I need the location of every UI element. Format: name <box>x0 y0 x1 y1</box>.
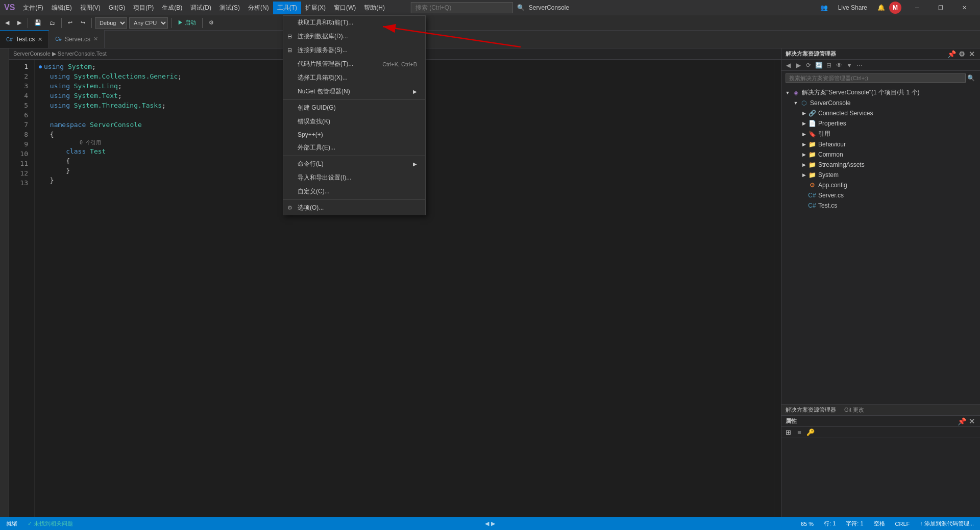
menu-build[interactable]: 生成(B) <box>158 2 186 14</box>
menu-item-customize[interactable]: 自定义(C)... <box>283 185 425 198</box>
menu-item-command-line[interactable]: 命令行(L) <box>283 157 425 171</box>
tree-item-connected-services[interactable]: ▶ 🔗 Connected Services <box>781 108 980 118</box>
menu-item-external-tools[interactable]: 外部工具(E)... <box>283 141 425 155</box>
se-forward-btn[interactable]: ▶ <box>794 61 803 70</box>
tab-server-cs[interactable]: C# Server.cs ✕ <box>49 30 105 48</box>
tree-item-references[interactable]: ▶ 🔖 引用 <box>781 129 980 139</box>
menu-item-options[interactable]: ⚙ 选项(O)... <box>283 201 425 215</box>
tree-project[interactable]: ▼ ⬡ ServerConsole <box>781 98 980 108</box>
menu-item-connect-db[interactable]: ⊟ 连接到数据库(D)... <box>283 30 425 43</box>
system-folder-icon: 📁 <box>808 171 816 179</box>
solution-explorer-search-bar: 🔍 <box>781 71 980 85</box>
menu-item-create-guid[interactable]: 创建 GUID(G) <box>283 101 425 115</box>
nav-forward-button[interactable]: ▶ <box>14 18 24 28</box>
global-search-input[interactable] <box>411 2 513 13</box>
tree-item-server-cs[interactable]: C# Server.cs <box>781 190 980 200</box>
tree-item-properties-label: Properties <box>818 120 846 127</box>
menu-help[interactable]: 帮助(H) <box>360 2 389 14</box>
tab-server-cs-close[interactable]: ✕ <box>93 36 98 42</box>
solution-explorer-search-input[interactable] <box>786 73 966 83</box>
prop-categories-button[interactable]: ⊞ <box>783 428 793 437</box>
status-zoom[interactable]: 65 % <box>799 520 816 528</box>
menu-file[interactable]: 文件(F) <box>19 2 47 14</box>
status-spaces[interactable]: 空格 <box>872 519 887 528</box>
debug-config-dropdown[interactable]: Debug <box>95 17 127 29</box>
tree-item-system[interactable]: ▶ 📁 System <box>781 170 980 180</box>
start-button[interactable]: ▶ 启动 <box>175 17 199 28</box>
tree-item-common[interactable]: ▶ 📁 Common <box>781 149 980 160</box>
se-sync-btn[interactable]: ⟳ <box>804 61 813 70</box>
properties-pin-button[interactable]: 📌 <box>958 417 966 425</box>
se-filter-btn[interactable]: ▼ <box>845 61 854 70</box>
menu-item-spy[interactable]: Spy++(+) <box>283 129 425 141</box>
minimize-button[interactable]: ─ <box>905 0 929 15</box>
close-button[interactable]: ✕ <box>952 0 976 15</box>
live-share-button[interactable]: Live Share <box>832 2 873 13</box>
menu-item-snippet-manager[interactable]: 代码片段管理器(T)... Ctrl+K, Ctrl+B <box>283 57 425 71</box>
menu-git[interactable]: Git(G) <box>105 2 130 13</box>
menu-debug[interactable]: 调试(D) <box>186 2 215 14</box>
menu-analyze[interactable]: 分析(N) <box>244 2 273 14</box>
tree-item-behaviour[interactable]: ▶ 📁 Behaviour <box>781 139 980 149</box>
git-changes-tab[interactable]: Git 更改 <box>840 406 868 414</box>
user-profile-avatar[interactable]: M <box>889 2 901 14</box>
se-collapse-btn[interactable]: ⊟ <box>824 61 834 70</box>
undo-button[interactable]: ↩ <box>65 18 76 28</box>
status-line[interactable]: 行: 1 <box>822 519 838 528</box>
test-cs-icon: C# <box>808 201 816 210</box>
tree-item-properties[interactable]: ▶ 📄 Properties <box>781 118 980 129</box>
prop-sort-button[interactable]: ≡ <box>795 428 804 437</box>
se-back-btn[interactable]: ◀ <box>783 61 793 70</box>
menu-view[interactable]: 视图(V) <box>76 2 105 14</box>
se-view-btn[interactable]: ⋯ <box>855 61 864 70</box>
menu-item-toolbox[interactable]: 选择工具箱项(X)... <box>283 71 425 85</box>
tree-solution-root[interactable]: ▼ ◈ 解决方案"ServerConsole"(1 个项目/共 1 个) <box>781 87 980 98</box>
solution-explorer-search-button[interactable]: 🔍 <box>966 73 976 83</box>
save-all-button[interactable]: 🗂 <box>46 18 58 28</box>
status-line-endings[interactable]: CRLF <box>893 520 912 528</box>
solution-explorer-tree[interactable]: ▼ ◈ 解决方案"ServerConsole"(1 个项目/共 1 个) ▼ ⬡… <box>781 85 980 404</box>
menu-item-import-export[interactable]: 导入和导出设置(I)... <box>283 171 425 185</box>
sidebar-settings-button[interactable]: ⚙ <box>958 50 966 58</box>
se-refresh-btn[interactable]: 🔄 <box>814 61 823 70</box>
tab-server-cs-label: Server.cs <box>65 36 90 43</box>
nav-back-button[interactable]: ◀ <box>2 18 12 28</box>
tab-test-cs-close[interactable]: ✕ <box>38 36 42 43</box>
properties-close-button[interactable]: ✕ <box>968 417 976 425</box>
tree-item-app-config[interactable]: ⚙ App.config <box>781 180 980 190</box>
menu-item-connect-server[interactable]: ⊟ 连接到服务器(S)... <box>283 43 425 57</box>
status-ready[interactable]: 就绪 <box>4 519 19 528</box>
status-no-issues[interactable]: ✓ 未找到相关问题 <box>26 519 75 528</box>
status-bar: 就绪 ✓ 未找到相关问题 ◀ ▶ 65 % 行: 1 字符: 1 空格 CRLF… <box>0 517 980 530</box>
ln-13: 13 <box>13 178 30 188</box>
menu-edit[interactable]: 编辑(E) <box>47 2 76 14</box>
menu-item-nuget[interactable]: NuGet 包管理器(N) <box>283 85 425 98</box>
redo-button[interactable]: ↪ <box>78 18 88 28</box>
editor-scrollbar[interactable] <box>774 60 781 517</box>
tree-item-streaming-assets[interactable]: ▶ 📁 StreamingAssets <box>781 160 980 170</box>
title-bar-right: 👥 Live Share 🔔 M ─ ❐ ✕ <box>820 0 976 15</box>
prop-key-button[interactable]: 🔑 <box>806 428 815 437</box>
menu-extensions[interactable]: 扩展(X) <box>301 2 330 14</box>
save-button[interactable]: 💾 <box>31 18 44 28</box>
sidebar-pin-button[interactable]: 📌 <box>947 50 955 58</box>
menu-window[interactable]: 窗口(W) <box>330 2 360 14</box>
tree-item-test-cs[interactable]: C# Test.cs <box>781 200 980 211</box>
platform-dropdown[interactable]: Any CPU <box>129 17 168 29</box>
menu-item-get-tools[interactable]: 获取工具和功能(T)... <box>283 16 425 30</box>
restore-button[interactable]: ❐ <box>929 0 952 15</box>
solution-explorer-tab[interactable]: 解决方案资源管理器 <box>781 406 840 414</box>
tab-test-cs[interactable]: C# Test.cs ✕ <box>0 30 49 48</box>
menu-project[interactable]: 项目(P) <box>129 2 158 14</box>
indicator-1: ● <box>39 62 42 71</box>
menu-test[interactable]: 测试(S) <box>215 2 244 14</box>
status-char[interactable]: 字符: 1 <box>844 519 865 528</box>
menu-item-error-lookup[interactable]: 错误查找(K) <box>283 115 425 129</box>
ln-7: 7 <box>13 120 30 130</box>
menu-tools[interactable]: 工具(T) <box>273 2 301 14</box>
se-show-all-btn[interactable]: 👁 <box>835 61 844 70</box>
attach-button[interactable]: ⚙ <box>206 18 217 28</box>
menu-item-snippet-manager-label: 代码片段管理器(T)... <box>298 60 353 68</box>
status-source-control[interactable]: ↑ 添加到源代码管理... <box>918 519 976 528</box>
sidebar-close-button[interactable]: ✕ <box>968 50 976 58</box>
